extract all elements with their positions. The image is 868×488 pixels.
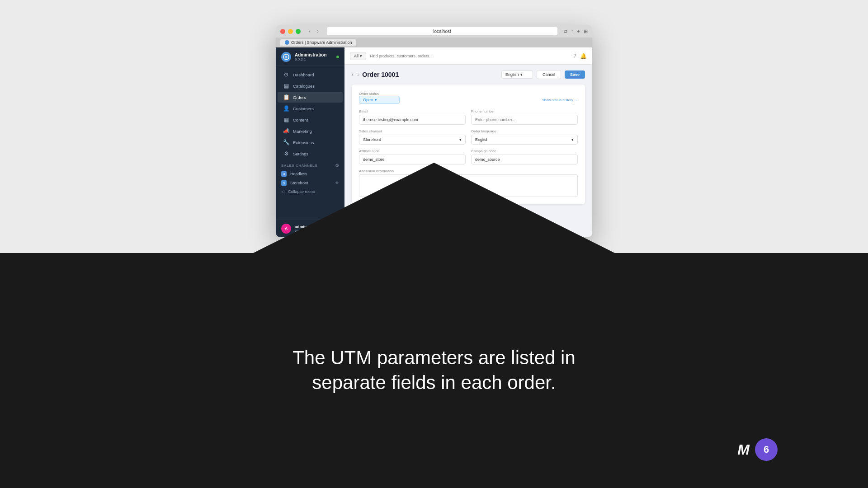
email-phone-row: Email Phone number: [359, 109, 578, 125]
sales-channel-chevron-icon: ▾: [459, 137, 462, 142]
sidebar-item-label: Catalogues: [293, 84, 315, 89]
sidebar-item-label: Customers: [293, 106, 314, 111]
sidebar-app-version: 6.5.2.1: [295, 57, 327, 61]
sidebar-item-settings[interactable]: ⚙ Settings: [278, 148, 343, 159]
phone-input[interactable]: [471, 115, 578, 125]
sidebar-item-extensions[interactable]: 🔧 Extensions: [278, 137, 343, 148]
extensions-icon[interactable]: ⧉: [564, 28, 567, 34]
grid-icon[interactable]: ⊞: [584, 28, 588, 34]
sidebar-status-dot: [336, 56, 339, 58]
language-value: English: [505, 72, 519, 77]
order-language-chevron-icon: ▾: [571, 137, 574, 142]
phone-group: Phone number: [471, 109, 578, 125]
sales-channel-group: Sales channel Storefront ▾: [359, 129, 466, 145]
caption-line1: The UTM parameters are listed in: [292, 347, 576, 368]
customers-icon: 👤: [283, 105, 289, 112]
top-bar-icons: ? 🔔: [573, 53, 587, 59]
campaign-code-group: Campaign code: [471, 149, 578, 164]
page-title: Order 10001: [362, 71, 399, 78]
content-icon: ▦: [283, 117, 289, 123]
sales-channel-value: Storefront: [363, 137, 381, 142]
tab-bar: Orders | Shopware Administration: [276, 38, 592, 47]
help-icon[interactable]: ?: [573, 53, 576, 59]
light-section: ‹ › localhost ⧉ ↑ + ⊞ Orders | Shopware …: [0, 0, 868, 253]
search-filter-dropdown[interactable]: All ▾: [350, 52, 366, 60]
brand-m-letter: M: [737, 441, 750, 458]
order-status-dropdown[interactable]: Open ▾: [359, 96, 400, 104]
sidebar-app-name: Administration: [295, 52, 327, 57]
marketing-icon: 📣: [283, 128, 289, 134]
nav-back[interactable]: ‹: [307, 27, 312, 35]
caption-line2: separate fields in each order.: [312, 372, 556, 393]
sidebar-item-label: Content: [293, 117, 308, 122]
show-history-link[interactable]: Show status history →: [542, 98, 578, 102]
page-header-left: ‹ ○ Order 10001: [352, 71, 498, 78]
sidebar-item-label: Orders: [293, 95, 306, 100]
traffic-light-green[interactable]: [296, 29, 301, 34]
sidebar-item-orders[interactable]: 📋 Orders: [278, 92, 343, 103]
restore-button[interactable]: ○: [356, 71, 359, 78]
back-button[interactable]: ‹: [352, 71, 354, 78]
search-input[interactable]: [370, 54, 570, 58]
sales-channel-select[interactable]: Storefront ▾: [359, 135, 466, 145]
email-input[interactable]: [359, 115, 466, 125]
order-language-group: Order language English ▾: [471, 129, 578, 145]
channel-language-row: Sales channel Storefront ▾ Order languag…: [359, 129, 578, 145]
brand-badge-number: 6: [764, 444, 769, 455]
url-text: localhost: [433, 29, 451, 34]
top-bar: All ▾ ? 🔔: [344, 47, 592, 65]
sidebar-app-info: Administration 6.5.2.1: [295, 52, 327, 61]
sidebar-item-label: Settings: [293, 151, 308, 156]
order-status-label: Order status: [359, 92, 578, 96]
save-button[interactable]: Save: [565, 70, 585, 79]
language-chevron-icon: ▾: [520, 72, 523, 77]
email-group: Email: [359, 109, 466, 125]
sidebar-item-marketing[interactable]: 📣 Marketing: [278, 126, 343, 136]
sidebar-item-dashboard[interactable]: ⊙ Dashboard: [278, 69, 343, 80]
traffic-light-red[interactable]: [280, 29, 285, 34]
tab-label: Orders | Shopware Administration: [291, 40, 352, 45]
cancel-button[interactable]: Cancel: [537, 70, 561, 79]
status-chevron-icon: ▾: [375, 98, 377, 102]
sidebar-item-content[interactable]: ▦ Content: [278, 114, 343, 125]
dark-section: The UTM parameters are listed in separat…: [0, 253, 868, 488]
sidebar-item-catalogues[interactable]: ▤ Catalogues: [278, 80, 343, 91]
orders-icon: 📋: [283, 94, 289, 100]
order-language-value: English: [475, 137, 489, 142]
sidebar-item-label: Dashboard: [293, 72, 314, 77]
order-language-select[interactable]: English ▾: [471, 135, 578, 145]
browser-tab-orders[interactable]: Orders | Shopware Administration: [280, 39, 356, 46]
dashboard-icon: ⊙: [283, 71, 289, 78]
sidebar-item-label: Marketing: [293, 129, 312, 134]
dark-content: The UTM parameters are listed in separat…: [256, 328, 612, 413]
traffic-light-yellow[interactable]: [288, 29, 293, 34]
affiliate-code-group: Affiliate code: [359, 149, 466, 164]
filter-label: All: [354, 54, 359, 58]
affiliate-campaign-row: Affiliate code Campaign code: [359, 149, 578, 164]
phone-label: Phone number: [471, 109, 578, 113]
settings-icon: ⚙: [283, 150, 289, 157]
nav-forward[interactable]: ›: [315, 27, 321, 35]
catalogues-icon: ▤: [283, 83, 289, 89]
campaign-code-label: Campaign code: [471, 149, 578, 153]
affiliate-code-label: Affiliate code: [359, 149, 466, 153]
address-bar[interactable]: localhost: [327, 27, 557, 35]
browser-icons: ⧉ ↑ + ⊞: [564, 28, 588, 34]
triangle-decoration: [253, 163, 615, 253]
sales-channel-label: Sales channel: [359, 129, 466, 133]
brand-badge: 6: [755, 438, 778, 461]
status-row: Open ▾ Show status history →: [359, 96, 578, 104]
sidebar-logo: [281, 52, 291, 62]
sidebar-header: Administration 6.5.2.1: [276, 47, 344, 66]
order-language-label: Order language: [471, 129, 578, 133]
new-tab-icon[interactable]: +: [577, 28, 580, 34]
share-icon[interactable]: ↑: [571, 28, 574, 34]
order-status-section: Order status Open ▾ Show status history …: [359, 92, 578, 104]
caption-text: The UTM parameters are listed in separat…: [292, 346, 576, 395]
sidebar-item-customers[interactable]: 👤 Customers: [278, 103, 343, 114]
language-select[interactable]: English ▾: [501, 70, 533, 79]
bottom-branding: M 6: [737, 438, 778, 461]
page-header: ‹ ○ Order 10001 English ▾ Cancel Save: [352, 70, 585, 79]
browser-chrome: ‹ › localhost ⧉ ↑ + ⊞: [276, 25, 592, 38]
notification-icon[interactable]: 🔔: [580, 53, 587, 59]
